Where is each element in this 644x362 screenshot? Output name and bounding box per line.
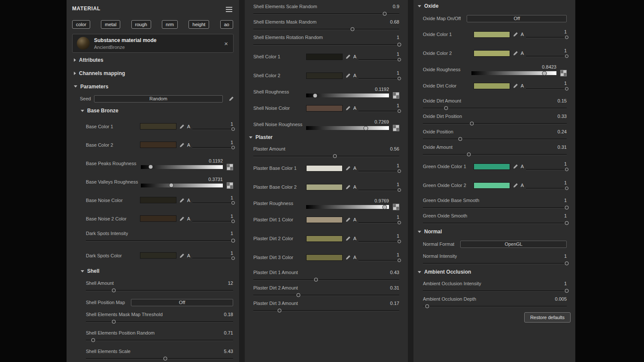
section-normal[interactable]: Normal xyxy=(413,226,575,238)
slider-knob[interactable] xyxy=(383,12,387,16)
restore-defaults-button[interactable]: Restore defaults xyxy=(524,312,571,323)
slider-track[interactable] xyxy=(86,338,233,343)
slider-track[interactable] xyxy=(86,319,233,324)
alpha-track[interactable] xyxy=(358,109,399,113)
pencil-icon[interactable] xyxy=(346,184,351,190)
color-swatch[interactable] xyxy=(306,184,343,190)
color-swatch[interactable] xyxy=(306,254,343,261)
alpha-track[interactable] xyxy=(358,258,399,262)
alpha-track[interactable] xyxy=(358,169,399,173)
roughness-gradient-track[interactable] xyxy=(141,165,223,169)
close-icon[interactable]: × xyxy=(223,40,229,47)
color-swatch[interactable] xyxy=(474,163,510,170)
alpha-knob[interactable] xyxy=(398,188,401,192)
slider-track[interactable] xyxy=(86,288,233,293)
color-swatch[interactable] xyxy=(140,252,176,259)
color-swatch[interactable] xyxy=(140,142,176,148)
slider-track[interactable] xyxy=(423,304,567,309)
roughness-gradient-track[interactable] xyxy=(306,94,389,97)
roughness-gradient-track[interactable] xyxy=(141,184,223,187)
alpha-track[interactable] xyxy=(526,86,567,91)
alpha-track[interactable] xyxy=(526,186,567,190)
seed-field[interactable]: Random xyxy=(94,95,223,103)
alpha-knob[interactable] xyxy=(398,58,401,61)
section-channels-mapping[interactable]: Channels mapping xyxy=(67,66,239,80)
slider-track[interactable] xyxy=(423,152,567,157)
pencil-icon[interactable] xyxy=(513,164,518,169)
color-swatch[interactable] xyxy=(474,50,510,57)
slider-track[interactable] xyxy=(423,261,567,266)
alpha-knob[interactable] xyxy=(398,240,401,243)
slider-knob[interactable] xyxy=(164,357,167,361)
slider-track[interactable] xyxy=(253,293,399,298)
section-ambient-occlusion[interactable]: Ambient Occlusion xyxy=(413,266,575,278)
slider-knob[interactable] xyxy=(444,106,448,110)
color-swatch[interactable] xyxy=(306,54,343,60)
color-swatch[interactable] xyxy=(306,105,343,112)
pencil-icon[interactable] xyxy=(346,73,351,78)
pencil-icon[interactable] xyxy=(179,216,185,221)
slider-knob[interactable] xyxy=(278,309,282,313)
pencil-icon[interactable] xyxy=(513,183,518,188)
color-swatch[interactable] xyxy=(474,31,510,38)
pencil-icon[interactable] xyxy=(346,54,351,59)
channel-button-height[interactable]: height xyxy=(188,20,209,29)
toggle-button-shell-position-map[interactable]: Off xyxy=(131,299,233,306)
slider-knob[interactable] xyxy=(425,305,429,308)
roughness-gradient-track[interactable] xyxy=(471,71,556,75)
section-parameters[interactable]: Parameters xyxy=(67,80,239,93)
texture-map-icon[interactable] xyxy=(560,70,567,76)
alpha-track[interactable] xyxy=(526,35,567,39)
color-swatch[interactable] xyxy=(474,83,510,89)
alpha-knob[interactable] xyxy=(231,146,235,149)
options-menu-icon[interactable] xyxy=(226,6,232,12)
slider-knob[interactable] xyxy=(112,320,116,324)
alpha-track[interactable] xyxy=(192,127,233,132)
alpha-knob[interactable] xyxy=(565,168,568,171)
slider-knob[interactable] xyxy=(467,153,471,157)
alpha-track[interactable] xyxy=(192,256,233,261)
slider-track[interactable] xyxy=(423,220,567,226)
slider-knob[interactable] xyxy=(459,137,462,141)
pencil-icon[interactable] xyxy=(513,32,518,37)
pencil-icon[interactable] xyxy=(179,253,185,258)
slider-knob[interactable] xyxy=(383,205,387,209)
material-card[interactable]: Substance material modeAncientBronze× xyxy=(72,34,234,53)
alpha-track[interactable] xyxy=(192,201,233,205)
section-oxide[interactable]: Oxide xyxy=(413,0,575,12)
color-swatch[interactable] xyxy=(306,235,343,242)
texture-map-icon[interactable] xyxy=(227,164,233,170)
pencil-icon[interactable] xyxy=(179,142,185,148)
alpha-track[interactable] xyxy=(526,167,567,172)
slider-knob[interactable] xyxy=(565,206,569,210)
slider-knob[interactable] xyxy=(398,43,401,47)
texture-map-icon[interactable] xyxy=(393,92,399,99)
slider-track[interactable] xyxy=(86,356,233,361)
alpha-track[interactable] xyxy=(358,76,399,81)
slider-knob[interactable] xyxy=(231,239,235,243)
pencil-icon[interactable] xyxy=(346,236,351,241)
slider-knob[interactable] xyxy=(297,293,301,297)
slider-knob[interactable] xyxy=(565,262,569,265)
slider-track[interactable] xyxy=(423,106,567,111)
slider-track[interactable] xyxy=(423,288,567,293)
color-swatch[interactable] xyxy=(306,165,343,172)
slider-knob[interactable] xyxy=(363,126,368,130)
slider-knob[interactable] xyxy=(333,154,337,158)
slider-track[interactable] xyxy=(253,277,399,282)
slider-track[interactable] xyxy=(253,11,399,16)
color-swatch[interactable] xyxy=(140,123,176,130)
pencil-icon[interactable] xyxy=(513,51,518,56)
alpha-knob[interactable] xyxy=(565,87,568,90)
alpha-knob[interactable] xyxy=(231,220,235,223)
slider-knob[interactable] xyxy=(112,289,116,293)
pencil-icon[interactable] xyxy=(229,96,234,101)
alpha-knob[interactable] xyxy=(398,109,401,113)
texture-map-icon[interactable] xyxy=(393,125,399,131)
slider-knob[interactable] xyxy=(351,27,355,31)
slider-track[interactable] xyxy=(423,121,567,126)
alpha-knob[interactable] xyxy=(231,127,235,131)
slider-knob[interactable] xyxy=(313,93,318,98)
section-shell[interactable]: Shell xyxy=(67,265,239,278)
slider-track[interactable] xyxy=(253,27,399,32)
